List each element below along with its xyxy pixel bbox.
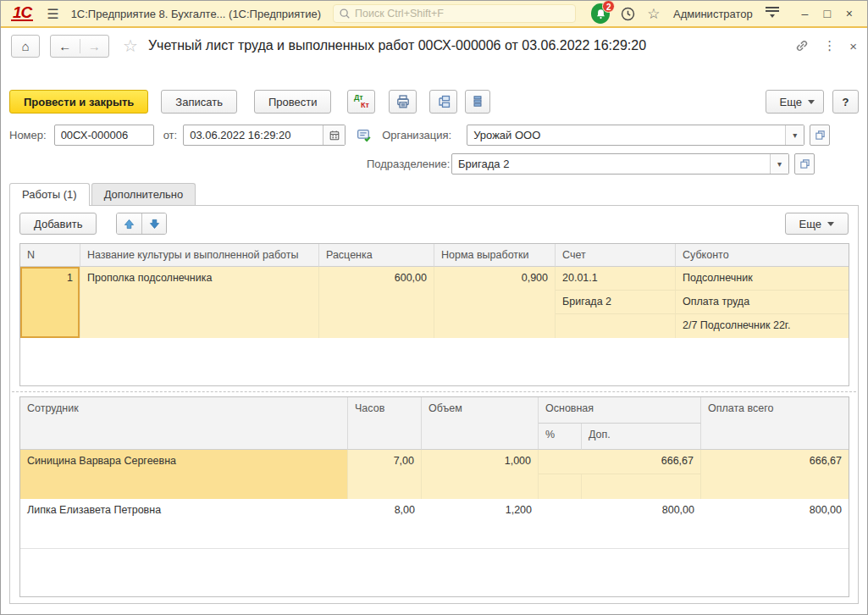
history-icon <box>620 6 636 22</box>
cell-subconto-1[interactable]: Подсолнечник <box>676 267 849 291</box>
move-row-down-button[interactable] <box>141 213 166 234</box>
organization-dropdown-button[interactable]: ▾ <box>785 125 804 145</box>
dtkt-icon: ДтКт <box>354 94 369 109</box>
cell-rate[interactable]: 600,00 <box>319 267 434 338</box>
col-header-additional[interactable]: Доп. <box>582 424 701 450</box>
cell-subconto-2[interactable]: Оплата труда <box>676 291 849 314</box>
cell-total-pay[interactable]: 666,67 <box>701 450 849 499</box>
col-header-n[interactable]: N <box>20 244 80 267</box>
print-button[interactable] <box>389 90 417 114</box>
search-input[interactable] <box>355 8 570 19</box>
cell-main-pay[interactable]: 666,67 <box>539 450 701 474</box>
date-input[interactable] <box>184 125 323 145</box>
more-button[interactable]: Еще <box>766 90 824 114</box>
cell-work-name[interactable]: Прополка подсолнечника <box>80 267 319 338</box>
employees-row[interactable]: Липка Елизавета Петровна 8,00 1,200 800,… <box>20 499 849 549</box>
notification-badge: 2 <box>602 0 615 13</box>
number-input[interactable] <box>55 125 153 145</box>
forward-button[interactable]: → <box>80 39 109 53</box>
move-row-up-button[interactable] <box>117 213 141 234</box>
history-button[interactable] <box>617 3 638 24</box>
col-header-employee[interactable]: Сотрудник <box>20 397 348 450</box>
open-icon <box>799 158 810 169</box>
date-field[interactable] <box>183 125 346 146</box>
show-postings-button[interactable]: ДтКт <box>347 90 375 114</box>
col-header-total[interactable]: Оплата всего <box>701 397 849 450</box>
organization-field[interactable]: Урожай ООО ▾ <box>467 125 804 146</box>
cell-account-3[interactable] <box>556 314 676 338</box>
tab-additional[interactable]: Дополнительно <box>91 183 196 205</box>
favorites-button[interactable]: ☆ <box>644 3 664 24</box>
col-header-hours[interactable]: Часов <box>348 397 422 450</box>
cell-norm[interactable]: 0,900 <box>434 267 556 338</box>
cell-n-selected[interactable]: 1 <box>20 267 80 338</box>
cell-hours[interactable]: 8,00 <box>348 499 422 548</box>
move-row-group <box>116 213 167 235</box>
current-user[interactable]: Администратор <box>673 8 753 20</box>
printer-icon <box>395 94 411 109</box>
back-button[interactable]: ← <box>51 39 80 53</box>
department-dropdown-button[interactable]: ▾ <box>770 154 788 174</box>
post-button[interactable]: Провести <box>254 90 332 114</box>
col-header-volume[interactable]: Объем <box>422 397 539 450</box>
maximize-button[interactable]: □ <box>816 7 838 20</box>
cell-subconto-3[interactable]: 2/7 Подсолнечник 22г. <box>676 314 849 338</box>
register-records-button[interactable] <box>465 90 490 114</box>
cell-employee-name[interactable]: Синицина Варвара Сергеевна <box>20 450 348 499</box>
works-table: N Название культуры и выполненной работы… <box>19 243 849 386</box>
employees-table-empty-area[interactable] <box>20 549 849 596</box>
main-menu-icon[interactable]: ☰ <box>47 6 58 22</box>
col-header-main[interactable]: Основная <box>539 397 701 424</box>
department-field[interactable]: Бригада 2 ▾ <box>451 153 789 175</box>
home-icon: ⌂ <box>21 39 29 53</box>
col-header-account[interactable]: Счет <box>556 244 676 267</box>
splitter-handle[interactable] <box>12 391 856 392</box>
structure-icon <box>436 94 451 109</box>
add-to-favorites-icon[interactable]: ☆ <box>123 36 138 56</box>
employees-row-current[interactable]: Синицина Варвара Сергеевна 7,00 1,000 66… <box>20 450 849 499</box>
save-button[interactable]: Записать <box>161 90 237 114</box>
cell-percent[interactable] <box>539 474 582 499</box>
document-structure-button[interactable] <box>429 90 457 114</box>
col-header-subconto[interactable]: Субконто <box>676 244 849 267</box>
global-search[interactable] <box>333 4 576 23</box>
cell-additional[interactable] <box>582 474 701 499</box>
more-actions-icon[interactable]: ⋮ <box>823 38 836 53</box>
calendar-button[interactable] <box>323 125 345 145</box>
col-header-percent[interactable]: % <box>539 424 582 450</box>
chevron-down-icon <box>808 100 815 108</box>
minimize-button[interactable]: – <box>793 7 815 20</box>
tab-works[interactable]: Работы (1) <box>9 183 90 205</box>
cell-main-pay[interactable]: 800,00 <box>539 499 701 548</box>
cell-account-2[interactable]: Бригада 2 <box>556 291 676 314</box>
number-field[interactable] <box>54 125 154 146</box>
cell-total-pay[interactable]: 800,00 <box>701 499 849 548</box>
cell-hours[interactable]: 7,00 <box>348 450 422 499</box>
cell-volume[interactable]: 1,000 <box>422 450 539 499</box>
works-tab-panel: Добавить Еще N Назв <box>9 205 859 604</box>
comment-button[interactable] <box>356 127 372 143</box>
grid-more-button[interactable]: Еще <box>785 213 849 235</box>
window-close-button[interactable]: × <box>838 7 860 20</box>
add-row-button[interactable]: Добавить <box>19 213 97 235</box>
form-close-button[interactable]: × <box>849 39 857 53</box>
post-and-close-button[interactable]: Провести и закрыть <box>9 90 148 114</box>
titlebar: 1С ☰ 1С:Предприятие 8. Бухгалте... (1С:П… <box>1 1 867 28</box>
date-label: от: <box>163 129 178 141</box>
service-menu-icon[interactable] <box>763 7 782 20</box>
col-header-work-name[interactable]: Название культуры и выполненной работы <box>80 244 319 267</box>
get-link-icon[interactable] <box>794 38 810 53</box>
cell-employee-name[interactable]: Липка Елизавета Петровна <box>20 499 348 548</box>
cell-account-1[interactable]: 20.01.1 <box>556 267 676 291</box>
notifications-button[interactable]: 2 <box>591 3 610 24</box>
department-value: Бригада 2 <box>452 158 770 170</box>
works-table-row[interactable]: 1 Прополка подсолнечника 600,00 0,900 20… <box>20 267 849 338</box>
organization-open-button[interactable] <box>810 125 830 146</box>
cell-volume[interactable]: 1,200 <box>422 499 539 548</box>
works-table-empty-area[interactable] <box>20 338 849 385</box>
home-button[interactable]: ⌂ <box>11 35 40 58</box>
col-header-rate[interactable]: Расценка <box>319 244 434 267</box>
help-button[interactable]: ? <box>832 90 859 114</box>
col-header-norm[interactable]: Норма выработки <box>434 244 556 267</box>
department-open-button[interactable] <box>794 153 815 175</box>
